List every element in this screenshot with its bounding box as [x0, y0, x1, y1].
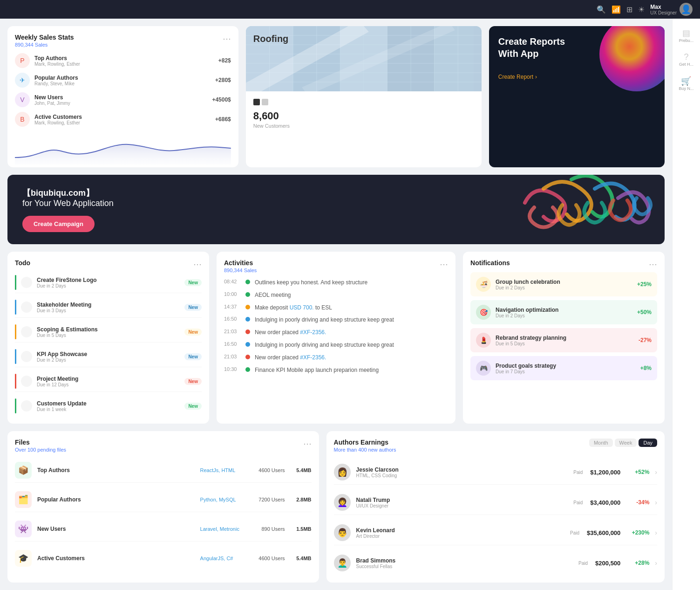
todo-item: KPI App Showcase Due in 2 Days New: [15, 346, 202, 367]
roofing-card: Roofing 8,600 New Customers: [246, 26, 482, 167]
activity-text: Indulging in poorly driving and keep str…: [255, 316, 394, 324]
earnings-tabs: Month Week Day: [589, 439, 657, 447]
activities-menu[interactable]: ⋯: [440, 259, 448, 269]
paid-label: Paid: [570, 530, 579, 535]
stat-item-active-customers: B Active Customers Mark, Rowling, Esther…: [15, 112, 231, 127]
todo-checkbox[interactable]: [21, 302, 32, 313]
sidebar-item-buy[interactable]: 🛒 Buy N...: [679, 76, 693, 91]
todo-bar: [15, 324, 16, 339]
create-campaign-button[interactable]: Create Campaign: [22, 216, 95, 232]
file-size: 5.4MB: [291, 467, 312, 473]
sun-icon[interactable]: ☀: [638, 5, 645, 14]
author-item: 👩 Jessie Clarcson HTML, CSS Coding Paid …: [334, 460, 657, 485]
notifications-menu[interactable]: ⋯: [649, 259, 657, 269]
roofing-title: Roofing: [253, 34, 289, 44]
author-item: 👨 Kevin Leonard Art Director Paid $35,60…: [334, 521, 657, 545]
todo-checkbox[interactable]: [21, 277, 32, 288]
todo-task-name: KPI App Showcase: [37, 351, 180, 357]
author-role: Art Director: [356, 534, 564, 539]
todo-menu[interactable]: ⋯: [193, 259, 202, 269]
todo-checkbox[interactable]: [21, 400, 32, 412]
todo-checkbox[interactable]: [21, 376, 32, 387]
sidebar-item-prebu[interactable]: ▤ Prebu...: [679, 28, 694, 43]
activity-item: 16:50 Indulging in poorly driving and ke…: [224, 316, 448, 324]
todo-bar: [15, 300, 16, 315]
file-size: 5.4MB: [291, 556, 312, 561]
author-pct: +52%: [626, 469, 649, 475]
todo-checkbox[interactable]: [21, 351, 32, 362]
file-icon: 🗂️: [15, 491, 32, 508]
todo-item: Project Meeting Due in 12 Days New: [15, 371, 202, 392]
file-users: 7200 Users: [252, 497, 285, 502]
notifications-card: Notifications ⋯ 🍜 Group lunch celebratio…: [463, 252, 665, 424]
activity-text: Make deposit USD 700. to ESL: [255, 304, 332, 312]
popular-authors-name: Popular Authors: [34, 75, 211, 81]
notif-value: +25%: [637, 281, 652, 288]
file-size: 1.5MB: [291, 526, 312, 532]
user-avatar[interactable]: 👤: [680, 3, 693, 16]
arrow-icon: ›: [535, 74, 537, 80]
grid-icon[interactable]: ⊞: [626, 5, 632, 14]
todo-badge: New: [184, 279, 202, 286]
activity-time: 14:37: [224, 304, 241, 309]
author-name: Jessie Clarcson: [356, 467, 568, 473]
stat-item-top-authors: P Top Authors Mark, Rowling, Esther +82$: [15, 53, 231, 68]
todo-due: Due in 2 Days: [37, 357, 180, 363]
author-role: Successful Fellas: [356, 564, 573, 569]
file-icon: 👾: [15, 521, 32, 537]
new-users-name: New Users: [34, 94, 207, 101]
popular-authors-icon: ✈: [15, 73, 30, 88]
stat-item-new-users: V New Users John, Pat, Jimmy +4500$: [15, 92, 231, 107]
activities-list: 08:42 Outlines keep you honest. And keep…: [224, 279, 448, 374]
files-card: Files Over 100 pending files ⋯ 📦 Top Aut…: [7, 431, 319, 583]
campaign-text: 【biqubiqu.com】 for Your Web Application …: [22, 187, 650, 232]
buy-icon: 🛒: [679, 76, 693, 86]
tab-day[interactable]: Day: [639, 439, 657, 447]
author-chevron-icon[interactable]: ›: [655, 468, 657, 476]
file-icon: 🎓: [15, 550, 32, 567]
todo-title: Todo: [15, 259, 202, 267]
sidebar-item-get-help[interactable]: ? Get H...: [679, 52, 693, 67]
todo-list: Create FireStone Logo Due in 2 Days New …: [15, 272, 202, 416]
top-authors-sub: Mark, Rowling, Esther: [34, 62, 214, 67]
file-tags: ReactJs, HTML: [200, 467, 247, 473]
author-chevron-icon[interactable]: ›: [655, 559, 657, 567]
earnings-subtitle: More than 400 new authors: [334, 447, 657, 453]
author-amount: $35,600,000: [587, 529, 620, 536]
author-pct: +230%: [626, 529, 649, 536]
files-menu[interactable]: ⋯: [303, 439, 312, 449]
tab-month[interactable]: Month: [589, 439, 613, 447]
author-chevron-icon[interactable]: ›: [655, 499, 657, 506]
topbar: 🔍 📶 ⊞ ☀ Max UX Designer 👤: [0, 0, 700, 19]
paid-label: Paid: [573, 470, 583, 475]
files-subtitle: Over 100 pending files: [15, 447, 312, 453]
todo-due: Due in 5 Days: [37, 333, 180, 338]
tab-week[interactable]: Week: [615, 439, 637, 447]
activity-time: 16:50: [224, 341, 241, 347]
signal-icon[interactable]: 📶: [612, 5, 621, 14]
weekly-stats-menu[interactable]: ⋯: [223, 34, 231, 44]
activity-text: Finance KPI Mobile app launch preparion …: [255, 366, 379, 374]
author-amount: $1,200,000: [590, 469, 620, 476]
campaign-subtitle: 【biqubiqu.com】: [22, 187, 650, 199]
author-chevron-icon[interactable]: ›: [655, 529, 657, 536]
popular-authors-value: +280$: [215, 77, 231, 83]
file-name: Popular Authors: [37, 496, 195, 503]
file-size: 2.8MB: [291, 497, 312, 502]
todo-task-name: Scoping & Estimations: [37, 326, 180, 333]
author-avatar: 👨‍🦱: [334, 555, 351, 571]
main-content: Weekly Sales Stats 890,344 Sales ⋯ P Top…: [0, 19, 672, 590]
todo-due: Due in 1 week: [37, 407, 180, 412]
author-name: Brad Simmons: [356, 557, 573, 564]
todo-bar: [15, 374, 16, 389]
todo-checkbox[interactable]: [21, 326, 32, 337]
activity-link[interactable]: #XF-2356.: [300, 329, 326, 336]
activity-dot: [245, 329, 250, 334]
user-profile[interactable]: Max UX Designer 👤: [650, 3, 693, 16]
search-icon[interactable]: 🔍: [597, 5, 606, 14]
new-users-value: +4500$: [212, 96, 231, 103]
activities-subtitle: 890,344 Sales: [224, 268, 448, 273]
activity-link[interactable]: #XF-2356.: [300, 354, 326, 361]
activity-link[interactable]: USD 700.: [290, 304, 314, 311]
activity-text: Outlines keep you honest. And keep struc…: [255, 279, 367, 287]
